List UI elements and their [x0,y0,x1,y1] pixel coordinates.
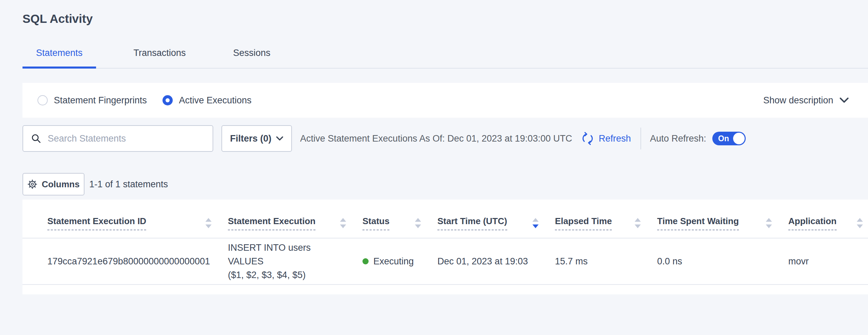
cell-application: movr [777,238,868,284]
chevron-down-icon [276,136,283,141]
status-dot-icon [362,258,369,264]
as-of-timestamp: Active Statement Executions As Of: Dec 0… [300,133,572,144]
vertical-divider [640,128,641,149]
radio-selected-icon[interactable] [162,95,173,105]
sort-icon[interactable] [630,217,641,229]
toggle-state-label: On [718,134,729,143]
auto-refresh-label: Auto Refresh: [650,133,706,144]
search-input[interactable] [47,133,209,144]
view-mode-card: Statement Fingerprints Active Executions… [22,83,868,118]
tab-statements[interactable]: Statements [22,48,96,69]
tab-transactions[interactable]: Transactions [118,48,201,69]
auto-refresh-toggle[interactable]: On [712,132,746,145]
cell-elapsed-time: 15.7 ms [544,238,646,284]
search-icon [31,133,42,144]
refresh-icon [581,132,594,145]
results-count: 1-1 of 1 statements [89,179,168,190]
tab-bar: Statements Transactions Sessions [22,48,868,69]
column-header-statement-execution-id: Statement Execution ID [22,200,217,238]
statement-link[interactable]: INSERT INTO users VALUES ($1, $2, $3, $4… [228,241,346,282]
chevron-down-icon [839,97,849,103]
cell-execution-id: 179cca7921e679b80000000000000001 [22,238,217,284]
refresh-button[interactable]: Refresh [581,132,631,145]
column-header-statement-execution: Statement Execution [217,200,351,238]
table-toolbar: Columns 1-1 of 1 statements [22,173,868,195]
statements-table: Statement Execution ID Statement Executi… [22,200,868,294]
view-mode-radio-group: Statement Fingerprints Active Executions [37,95,267,106]
sort-icon-descending[interactable] [527,217,539,229]
page-title: SQL Activity [22,12,868,26]
column-header-start-time: Start Time (UTC) [426,200,544,238]
sort-icon[interactable] [410,217,421,229]
show-description-button[interactable]: Show description [763,95,849,106]
gear-icon [27,179,37,189]
cell-statement: INSERT INTO users VALUES ($1, $2, $3, $4… [217,238,351,284]
cell-time-spent-waiting: 0.0 ns [646,238,777,284]
column-header-application: Application [777,200,868,238]
cell-start-time: Dec 01, 2023 at 19:03 [426,238,544,284]
table-row: 179cca7921e679b80000000000000001 INSERT … [22,238,868,285]
radio-statement-fingerprints[interactable]: Statement Fingerprints [37,95,147,106]
table-header-row: Statement Execution ID Statement Executi… [22,200,868,238]
sort-icon[interactable] [335,217,346,229]
search-box[interactable] [22,125,213,152]
radio-active-executions[interactable]: Active Executions [162,95,251,106]
radio-unselected-icon[interactable] [37,95,48,105]
controls-row: Filters (0) Active Statement Executions … [22,125,868,152]
toggle-knob[interactable] [733,133,745,144]
sort-icon[interactable] [761,217,772,229]
column-header-time-spent-waiting: Time Spent Waiting [646,200,777,238]
column-header-elapsed-time: Elapsed Time [544,200,646,238]
tab-sessions[interactable]: Sessions [225,48,278,69]
cell-status: Executing [351,238,426,284]
sql-activity-page: SQL Activity Statements Transactions Ses… [0,12,868,335]
sort-icon[interactable] [200,217,212,229]
column-header-status: Status [351,200,426,238]
sort-icon[interactable] [852,217,863,229]
columns-button[interactable]: Columns [22,173,84,195]
filters-button[interactable]: Filters (0) [221,125,292,152]
